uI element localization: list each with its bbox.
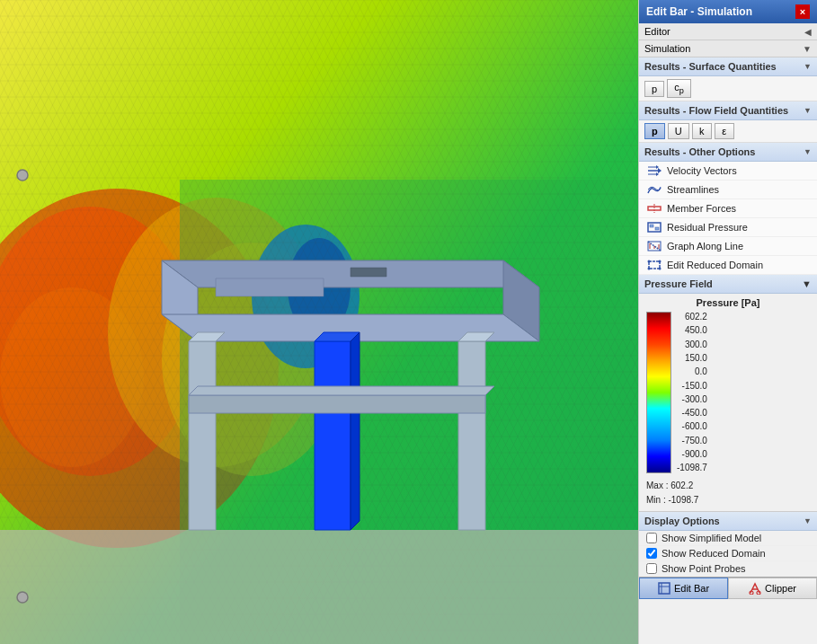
pressure-min: Min : -1098.7 [646, 493, 810, 507]
svg-marker-32 [656, 165, 659, 169]
residual-pressure-item[interactable]: Residual Pressure [639, 218, 817, 237]
svg-point-27 [17, 170, 28, 181]
edit-bar-icon [658, 582, 670, 595]
edit-reduced-domain-icon [646, 259, 662, 271]
streamlines-label: Streamlines [667, 184, 719, 195]
svg-point-46 [648, 260, 651, 263]
svg-marker-25 [216, 278, 324, 296]
bottom-toolbar: Edit Bar Clipper [639, 577, 817, 599]
flow-field-header[interactable]: Results - Flow Field Quantities ▼ [639, 101, 817, 120]
cb-label-1: 450.0 [677, 325, 707, 336]
velocity-vectors-icon [646, 164, 662, 177]
flow-field-buttons: p U k ε [639, 120, 817, 143]
flow-eps-button[interactable]: ε [715, 123, 734, 139]
svg-marker-11 [0, 530, 638, 644]
graph-along-line-icon [646, 240, 662, 252]
surface-p-button[interactable]: p [644, 81, 664, 97]
svg-rect-38 [650, 225, 653, 227]
show-reduced-domain-label: Show Reduced Domain [662, 548, 766, 559]
other-options-header[interactable]: Results - Other Options ▼ [639, 143, 817, 162]
title-bar: Edit Bar - Simulation × [639, 0, 817, 23]
svg-point-55 [757, 591, 760, 595]
show-point-probes-label: Show Point Probes [662, 563, 746, 574]
svg-point-47 [659, 260, 662, 263]
residual-pressure-icon [646, 221, 662, 234]
svg-marker-16 [315, 341, 351, 530]
min-label: Min [646, 495, 661, 505]
edit-bar-button[interactable]: Edit Bar [639, 578, 728, 599]
display-options-label: Display Options [644, 516, 720, 526]
pressure-field-label: Pressure Field [644, 278, 713, 289]
streamlines-item[interactable]: Streamlines [639, 181, 817, 199]
simulation-row[interactable]: Simulation ▼ [639, 40, 817, 57]
editor-row[interactable]: Editor ◀ [639, 23, 817, 40]
cb-label-10: -900.0 [677, 449, 707, 460]
flow-field-label: Results - Flow Field Quantities [644, 105, 788, 116]
svg-marker-19 [189, 341, 216, 530]
svg-point-54 [750, 591, 753, 595]
svg-marker-26 [351, 268, 386, 277]
pressure-field-arrow: ▼ [802, 278, 812, 289]
surface-quantities-header[interactable]: Results - Surface Quantities ▼ [639, 57, 817, 76]
show-reduced-domain-checkbox[interactable] [646, 548, 657, 559]
other-options-label: Results - Other Options [644, 146, 755, 157]
max-label: Max [646, 481, 663, 490]
display-options-header[interactable]: Display Options ▼ [639, 512, 817, 531]
svg-marker-23 [189, 395, 485, 413]
svg-point-49 [659, 268, 662, 270]
show-point-probes-checkbox[interactable] [646, 563, 657, 574]
surface-cp-button[interactable]: cp [667, 79, 691, 98]
cb-label-7: -450.0 [677, 408, 707, 419]
member-forces-item[interactable]: Member Forces [639, 199, 817, 218]
edit-reduced-domain-label: Edit Reduced Domain [667, 260, 763, 270]
show-simplified-model-label: Show Simplified Model [662, 533, 761, 543]
show-point-probes-item[interactable]: Show Point Probes [639, 561, 817, 577]
simulation-label: Simulation [644, 43, 690, 54]
surface-quantities-arrow: ▼ [804, 62, 812, 71]
velocity-vectors-item[interactable]: Velocity Vectors [639, 162, 817, 181]
flow-p-button[interactable]: p [644, 123, 665, 139]
cb-label-8: -600.0 [677, 421, 707, 432]
clipper-label: Clipper [765, 583, 796, 594]
svg-rect-39 [655, 227, 659, 230]
flow-u-button[interactable]: U [668, 123, 689, 139]
cfd-viewport [0, 0, 638, 644]
title-bar-label: Edit Bar - Simulation [646, 5, 752, 18]
simulation-arrow: ▼ [803, 44, 812, 54]
cb-label-4: 0.0 [677, 366, 707, 377]
cb-label-5: -150.0 [677, 381, 707, 392]
clipper-button[interactable]: Clipper [728, 578, 817, 599]
svg-point-28 [17, 592, 28, 603]
svg-marker-18 [351, 332, 360, 530]
show-simplified-model-item[interactable]: Show Simplified Model [639, 531, 817, 546]
flow-k-button[interactable]: k [692, 123, 712, 139]
edit-bar-label: Edit Bar [674, 583, 709, 594]
surface-quantities-label: Results - Surface Quantities [644, 61, 777, 72]
colorbar [646, 312, 671, 473]
other-options-arrow: ▼ [804, 147, 812, 156]
member-forces-icon [646, 202, 662, 215]
edit-reduced-domain-item[interactable]: Edit Reduced Domain [639, 256, 817, 275]
graph-along-line-label: Graph Along Line [667, 241, 743, 251]
pressure-field-title: Pressure [Pa] [646, 297, 810, 308]
cb-label-0: 602.2 [677, 312, 707, 322]
show-reduced-domain-item[interactable]: Show Reduced Domain [639, 546, 817, 561]
graph-along-line-item[interactable]: Graph Along Line [639, 237, 817, 256]
close-button[interactable]: × [795, 4, 810, 19]
flow-field-arrow: ▼ [804, 106, 812, 115]
editor-arrow: ◀ [804, 27, 812, 37]
cb-label-9: -750.0 [677, 436, 707, 446]
residual-pressure-label: Residual Pressure [667, 222, 748, 233]
colorbar-container: 602.2 450.0 300.0 150.0 0.0 -150.0 -300.… [646, 312, 810, 473]
show-simplified-model-checkbox[interactable] [646, 533, 657, 543]
display-options-arrow: ▼ [804, 516, 812, 525]
svg-rect-50 [659, 583, 670, 594]
editor-label: Editor [644, 26, 670, 37]
pressure-field-header[interactable]: Pressure Field ▼ [639, 275, 817, 294]
right-panel: Edit Bar - Simulation × Editor ◀ Simulat… [638, 0, 817, 644]
svg-marker-21 [458, 341, 485, 530]
pressure-field-content: Pressure [Pa] 602.2 450.0 300.0 150.0 0.… [639, 294, 817, 511]
cb-label-11: -1098.7 [677, 463, 707, 473]
min-value: -1098.7 [668, 495, 698, 505]
streamlines-icon [646, 183, 662, 196]
